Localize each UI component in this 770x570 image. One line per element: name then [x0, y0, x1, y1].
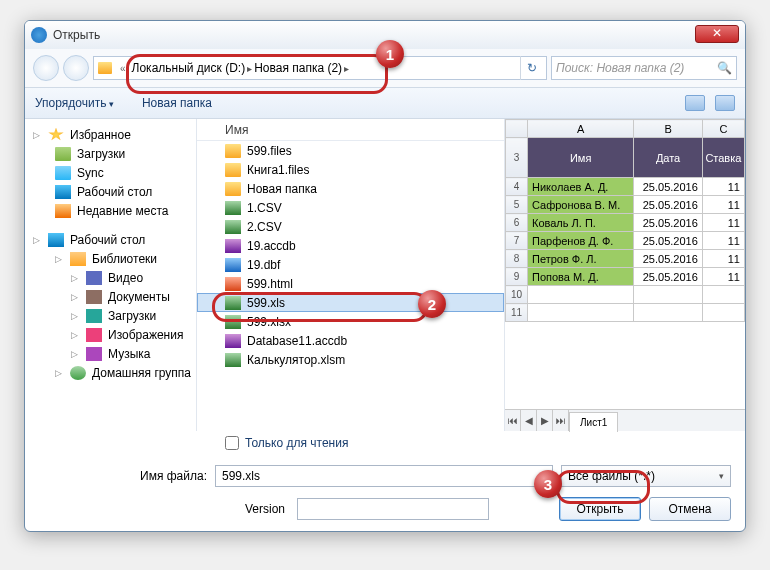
nav-video[interactable]: ▷Видео	[29, 268, 192, 287]
nav-homegroup[interactable]: ▷Домашняя группа	[29, 363, 192, 382]
window-title: Открыть	[53, 28, 100, 42]
file-icon	[225, 258, 241, 272]
nav-desktop[interactable]: Рабочий стол	[29, 182, 192, 201]
breadcrumb-sep: «	[120, 63, 126, 74]
sheet-tab-bar[interactable]: ⏮ ◀ ▶ ⏭ Лист1	[505, 409, 745, 431]
cancel-button[interactable]: Отмена	[649, 497, 731, 521]
breadcrumb[interactable]: « Локальный диск (D:) ▸ Новая папка (2) …	[93, 56, 547, 80]
file-icon	[225, 277, 241, 291]
file-name: Книга1.files	[247, 163, 309, 177]
file-name: 1.CSV	[247, 201, 282, 215]
readonly-label: Только для чтения	[245, 436, 348, 450]
app-icon	[31, 27, 47, 43]
file-icon	[225, 334, 241, 348]
file-icon	[225, 353, 241, 367]
back-button[interactable]	[33, 55, 59, 81]
file-item[interactable]: Книга1.files	[197, 160, 504, 179]
version-label: Version	[245, 502, 285, 516]
nav-downloads2[interactable]: ▷Загрузки	[29, 306, 192, 325]
address-bar-row: « Локальный диск (D:) ▸ Новая папка (2) …	[25, 49, 745, 87]
sheet-prev-button[interactable]: ◀	[521, 410, 537, 431]
file-list-pane: Имя 599.filesКнига1.filesНовая папка1.CS…	[197, 119, 505, 431]
nav-libraries[interactable]: ▷Библиотеки	[29, 249, 192, 268]
file-item[interactable]: 19.accdb	[197, 236, 504, 255]
search-input[interactable]: Поиск: Новая папка (2) 🔍	[551, 56, 737, 80]
nav-desktop2[interactable]: ▷Рабочий стол	[29, 230, 192, 249]
nav-recent[interactable]: Недавние места	[29, 201, 192, 220]
file-name: 19.accdb	[247, 239, 296, 253]
file-name: Database11.accdb	[247, 334, 347, 348]
titlebar[interactable]: Открыть ✕	[25, 21, 745, 49]
bottom-panel: Имя файла: 599.xls▾ Все файлы (*.*)▾ Ver…	[25, 455, 745, 532]
sheet-first-button[interactable]: ⏮	[505, 410, 521, 431]
file-item[interactable]: Калькулятор.xlsm	[197, 350, 504, 369]
forward-button[interactable]	[63, 55, 89, 81]
nav-pane[interactable]: ▷Избранное Загрузки Sync Рабочий стол Не…	[25, 119, 197, 431]
file-name: Калькулятор.xlsm	[247, 353, 345, 367]
file-item[interactable]: 19.dbf	[197, 255, 504, 274]
file-name: 599.xlsx	[247, 315, 291, 329]
file-icon	[225, 201, 241, 215]
file-item[interactable]: 599.files	[197, 141, 504, 160]
file-icon	[225, 296, 241, 310]
nav-images[interactable]: ▷Изображения	[29, 325, 192, 344]
preview-pane: ABC3ИмяДатаСтавка4Николаев А. Д.25.05.20…	[505, 119, 745, 431]
readonly-checkbox[interactable]	[225, 436, 239, 450]
nav-documents[interactable]: ▷Документы	[29, 287, 192, 306]
close-button[interactable]: ✕	[695, 25, 739, 43]
toolbar: Упорядочить Новая папка	[25, 87, 745, 119]
nav-favorites[interactable]: ▷Избранное	[29, 125, 192, 144]
breadcrumb-drive[interactable]: Локальный диск (D:)	[132, 61, 246, 75]
sheet-tab[interactable]: Лист1	[569, 412, 618, 432]
organize-menu[interactable]: Упорядочить	[35, 96, 114, 110]
chevron-right-icon: ▸	[344, 63, 349, 74]
folder-icon	[98, 62, 112, 74]
spreadsheet-preview[interactable]: ABC3ИмяДатаСтавка4Николаев А. Д.25.05.20…	[505, 119, 745, 409]
file-item[interactable]: Новая папка	[197, 179, 504, 198]
file-name: 599.html	[247, 277, 293, 291]
file-icon	[225, 163, 241, 177]
nav-music[interactable]: ▷Музыка	[29, 344, 192, 363]
file-name: 19.dbf	[247, 258, 280, 272]
file-item[interactable]: 599.html	[197, 274, 504, 293]
new-folder-button[interactable]: Новая папка	[142, 96, 212, 110]
nav-sync[interactable]: Sync	[29, 163, 192, 182]
file-item[interactable]: 599.xls	[197, 293, 504, 312]
help-button[interactable]	[715, 95, 735, 111]
search-placeholder: Поиск: Новая папка (2)	[556, 61, 684, 75]
open-button[interactable]: Открыть	[559, 497, 641, 521]
refresh-button[interactable]: ↻	[520, 56, 542, 80]
filename-label: Имя файла:	[39, 469, 207, 483]
dialog-body: ▷Избранное Загрузки Sync Рабочий стол Не…	[25, 119, 745, 431]
file-list-header[interactable]: Имя	[197, 119, 504, 141]
nav-downloads[interactable]: Загрузки	[29, 144, 192, 163]
file-item[interactable]: Database11.accdb	[197, 331, 504, 350]
filename-input[interactable]: 599.xls▾	[215, 465, 553, 487]
version-input[interactable]	[297, 498, 489, 520]
file-item[interactable]: 1.CSV	[197, 198, 504, 217]
file-icon	[225, 144, 241, 158]
view-button[interactable]	[685, 95, 705, 111]
readonly-row: Только для чтения	[25, 431, 745, 455]
file-icon	[225, 239, 241, 253]
file-icon	[225, 315, 241, 329]
chevron-right-icon: ▸	[247, 63, 252, 74]
file-item[interactable]: 2.CSV	[197, 217, 504, 236]
file-name: Новая папка	[247, 182, 317, 196]
file-icon	[225, 182, 241, 196]
sheet-next-button[interactable]: ▶	[537, 410, 553, 431]
file-icon	[225, 220, 241, 234]
search-icon: 🔍	[717, 61, 732, 75]
breadcrumb-folder[interactable]: Новая папка (2)	[254, 61, 342, 75]
file-list[interactable]: 599.filesКнига1.filesНовая папка1.CSV2.C…	[197, 141, 504, 431]
file-name: 599.xls	[247, 296, 285, 310]
file-name: 2.CSV	[247, 220, 282, 234]
open-dialog: Открыть ✕ « Локальный диск (D:) ▸ Новая …	[24, 20, 746, 532]
filetype-combo[interactable]: Все файлы (*.*)▾	[561, 465, 731, 487]
file-name: 599.files	[247, 144, 292, 158]
file-item[interactable]: 599.xlsx	[197, 312, 504, 331]
sheet-last-button[interactable]: ⏭	[553, 410, 569, 431]
